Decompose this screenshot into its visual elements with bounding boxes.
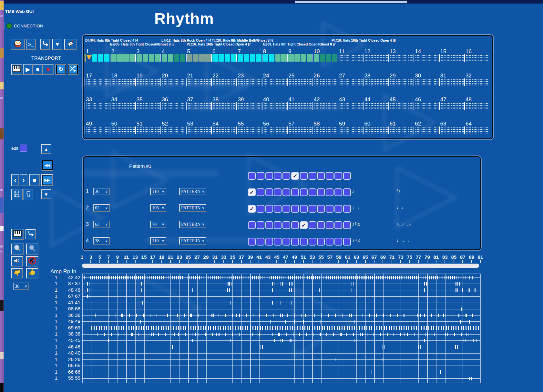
song-cell-empty[interactable] (427, 102, 433, 110)
song-cell-empty[interactable] (307, 78, 312, 86)
song-cell[interactable] (168, 54, 173, 62)
stop-playback-button[interactable]: ■ (29, 174, 40, 186)
pattern-header-check-step-10[interactable] (326, 172, 333, 180)
voice-1-note-select[interactable]: 36∨ (93, 188, 110, 195)
voice-3-check-step-8[interactable] (309, 221, 316, 229)
song-cell-empty[interactable] (129, 102, 135, 110)
song-cell-empty[interactable] (466, 54, 471, 62)
song-cell-empty[interactable] (137, 78, 142, 86)
song-cell-empty[interactable] (351, 54, 357, 62)
pattern-header-check-step-2[interactable] (257, 172, 264, 180)
song-cell-empty[interactable] (111, 78, 117, 86)
note-select[interactable]: 36∨ (13, 283, 29, 290)
song-cell[interactable] (212, 54, 218, 62)
song-cell[interactable] (193, 54, 199, 62)
song-cell-empty[interactable] (452, 54, 458, 62)
song-cell-empty[interactable] (205, 78, 211, 86)
song-cell-empty[interactable] (383, 78, 388, 86)
song-cell-empty[interactable] (452, 102, 458, 110)
thumbs-up-button[interactable] (26, 268, 38, 278)
song-cell-empty[interactable] (244, 126, 249, 134)
song-cell-empty[interactable] (390, 54, 395, 62)
song-cell[interactable] (199, 54, 205, 62)
song-cell[interactable] (123, 54, 129, 62)
song-cell-empty[interactable] (421, 126, 426, 134)
song-cell-empty[interactable] (174, 126, 179, 134)
song-cell-empty[interactable] (162, 78, 167, 86)
song-cell-empty[interactable] (390, 78, 395, 86)
song-cell-empty[interactable] (256, 102, 261, 110)
voice-1-check-step-3[interactable] (265, 188, 273, 196)
song-cell-empty[interactable] (415, 102, 420, 110)
voice-2-check-step-6[interactable] (291, 205, 299, 213)
song-cell-empty[interactable] (314, 78, 319, 86)
song-cell-empty[interactable] (370, 126, 376, 134)
song-cell-empty[interactable] (212, 126, 218, 134)
song-cell[interactable] (205, 54, 211, 62)
song-cell-empty[interactable] (433, 126, 439, 134)
song-cell-empty[interactable] (472, 102, 477, 110)
song-cell-empty[interactable] (339, 126, 344, 134)
voice-4-mode-select[interactable]: PATTERN∨ (179, 237, 206, 245)
song-cell[interactable] (256, 54, 261, 62)
redo2-button[interactable] (26, 229, 36, 239)
song-cell-empty[interactable] (86, 126, 91, 134)
song-cell-empty[interactable] (301, 126, 306, 134)
voice-1-check-step-11[interactable] (334, 188, 342, 196)
song-cell-empty[interactable] (466, 78, 471, 86)
song-cell-empty[interactable] (263, 126, 269, 134)
song-cell-empty[interactable] (269, 102, 275, 110)
song-cell-empty[interactable] (149, 126, 154, 134)
song-cell-empty[interactable] (458, 126, 464, 134)
song-cell-empty[interactable] (187, 126, 193, 134)
song-cell[interactable] (180, 54, 186, 62)
song-cell-empty[interactable] (180, 126, 186, 134)
song-cell-empty[interactable] (111, 126, 117, 134)
song-cell-empty[interactable] (269, 126, 275, 134)
song-cell-empty[interactable] (225, 102, 230, 110)
song-cell-empty[interactable] (446, 54, 452, 62)
song-cell-empty[interactable] (129, 126, 135, 134)
voice-3-check-step-1[interactable] (248, 221, 256, 229)
save-button[interactable] (11, 189, 23, 200)
song-cell-empty[interactable] (440, 126, 446, 134)
song-cell-empty[interactable] (466, 102, 471, 110)
song-cell-empty[interactable] (301, 78, 306, 86)
edit-checkbox[interactable] (20, 145, 27, 152)
voice-4-check-step-8[interactable] (309, 238, 316, 246)
song-cell[interactable] (301, 54, 306, 62)
song-cell-empty[interactable] (440, 102, 446, 110)
song-cell-empty[interactable] (376, 54, 382, 62)
song-cell[interactable] (294, 54, 300, 62)
song-cell-empty[interactable] (117, 78, 123, 86)
song-cell[interactable] (244, 54, 249, 62)
pattern-header-check-step-11[interactable] (334, 172, 342, 180)
voice-4-check-step-3[interactable] (265, 238, 273, 246)
play-button[interactable]: ▶ (23, 64, 33, 75)
move-down-button[interactable]: ▼ (41, 189, 51, 199)
shuffle-button[interactable] (68, 64, 78, 75)
voice-1-check-step-7[interactable] (300, 188, 308, 196)
song-cell[interactable] (143, 54, 148, 62)
voice-4-check-step-5[interactable] (282, 238, 290, 246)
pattern-header-check-step-3[interactable] (265, 172, 273, 180)
song-cell[interactable] (269, 54, 275, 62)
song-cell-empty[interactable] (446, 102, 452, 110)
song-cell-empty[interactable] (339, 102, 344, 110)
voice-2-level-select[interactable]: 105∨ (150, 204, 166, 212)
song-cell-empty[interactable] (92, 102, 97, 110)
song-cell-empty[interactable] (155, 78, 160, 86)
song-cell-empty[interactable] (205, 102, 211, 110)
voice-2-check-step-11[interactable] (334, 205, 342, 213)
song-cell-empty[interactable] (484, 126, 489, 134)
song-cell-empty[interactable] (383, 126, 388, 134)
song-cell-empty[interactable] (205, 126, 211, 134)
song-cell[interactable] (250, 54, 255, 62)
song-cell-empty[interactable] (396, 126, 401, 134)
voice-3-check-step-3[interactable] (265, 221, 273, 229)
voice-3-check-step-11[interactable] (334, 221, 342, 229)
song-cell-empty[interactable] (199, 126, 205, 134)
voice-2-check-step-3[interactable] (265, 205, 273, 213)
song-cell-empty[interactable] (225, 126, 230, 134)
voice-1-check-step-4[interactable] (274, 188, 282, 196)
